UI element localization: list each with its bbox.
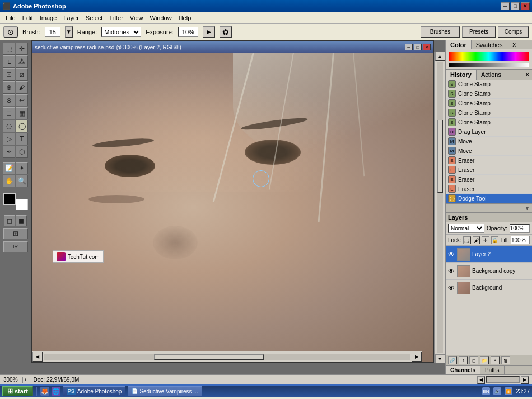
canvas-maximize-btn[interactable]: □ [414, 44, 422, 50]
exposure-input[interactable] [178, 27, 198, 37]
scroll-down-btn[interactable]: ▼ [435, 354, 445, 363]
minimize-button[interactable]: ─ [501, 2, 510, 10]
clone-stamp-tool[interactable]: ⊗ [3, 94, 15, 106]
blur-tool[interactable]: ◌ [3, 120, 15, 132]
tab-channels[interactable]: Channels [446, 366, 480, 374]
opacity-input[interactable] [510, 224, 530, 233]
rectangular-marquee-tool[interactable]: ⬚ [3, 43, 15, 55]
layer-row-0[interactable]: 👁 Layer 2 [446, 246, 532, 263]
brush-tool[interactable]: 🖌 [16, 81, 28, 94]
menu-view[interactable]: View [127, 13, 147, 22]
tab-swatches[interactable]: Swatches [472, 40, 508, 49]
history-item-9[interactable]: E Eraser [446, 165, 532, 175]
type-tool[interactable]: T [16, 133, 28, 145]
history-item-3[interactable]: S Clone Stamp [446, 108, 532, 118]
lock-pixels-btn[interactable]: 🖌 [473, 236, 480, 244]
tab-paths[interactable]: Paths [480, 366, 505, 374]
comps-btn[interactable]: Comps [498, 26, 529, 38]
lock-position-btn[interactable]: ✛ [482, 236, 489, 244]
status-scroll-track[interactable] [486, 376, 520, 383]
quickmask-mode-btn[interactable]: ◼ [16, 215, 27, 226]
scroll-left-btn[interactable]: ◀ [32, 352, 43, 362]
taskbar-file[interactable]: 📄 Seductive Vampiress ... [128, 386, 202, 396]
pen-tool[interactable]: ✒ [3, 146, 15, 158]
move-tool[interactable]: ✛ [16, 43, 28, 55]
brushes-preset-btn[interactable]: Brushes [421, 26, 460, 38]
foreground-color[interactable] [3, 193, 16, 205]
tool-preset-picker[interactable]: ⊙ [3, 26, 18, 38]
zoom-tool[interactable]: 🔍 [16, 175, 28, 187]
browser-icon-2[interactable]: 🌐 [52, 387, 60, 396]
slice-tool[interactable]: ⧄ [16, 68, 28, 81]
new-layer-group-btn[interactable]: 📁 [480, 356, 489, 364]
history-item-11[interactable]: E Eraser [446, 184, 532, 194]
maximize-button[interactable]: □ [511, 2, 520, 10]
tab-history[interactable]: History [446, 70, 477, 80]
new-layer-btn[interactable]: + [491, 356, 500, 364]
menu-edit[interactable]: Edit [19, 13, 36, 22]
standard-mode-btn[interactable]: ◻ [4, 215, 15, 226]
path-selection-tool[interactable]: ▷ [3, 133, 15, 145]
scroll-up-btn[interactable]: ▲ [435, 52, 445, 61]
history-item-12[interactable]: ◯ Dodge Tool [446, 194, 532, 203]
menu-image[interactable]: Image [36, 13, 60, 22]
brush-size-input[interactable] [45, 27, 60, 37]
start-button[interactable]: ⊞ start [2, 386, 33, 396]
history-item-5[interactable]: D Drag Layer [446, 127, 532, 137]
menu-help[interactable]: Help [175, 13, 195, 22]
screen-mode-btn[interactable]: ⊞ [3, 228, 28, 239]
taskbar-photoshop[interactable]: PS Adobe Photoshop [63, 386, 126, 396]
h-scroll-track[interactable] [44, 354, 410, 360]
link-layers-btn[interactable]: 🔗 [448, 356, 457, 364]
layer-visibility-1[interactable]: 👁 [447, 267, 455, 275]
eraser-tool[interactable]: ◻ [3, 107, 15, 119]
fill-input[interactable] [511, 236, 530, 244]
gradient-tool[interactable]: ▦ [16, 107, 28, 119]
menu-select[interactable]: Select [82, 13, 106, 22]
canvas-content[interactable]: TechTut.com [32, 53, 433, 362]
history-item-0[interactable]: S Clone Stamp [446, 80, 532, 89]
brush-dropdown[interactable]: ▼ [65, 26, 73, 38]
layer-mask-btn[interactable]: ◻ [469, 356, 478, 364]
background-color[interactable] [16, 199, 28, 210]
status-next-btn[interactable]: ▶ [521, 376, 529, 384]
h-scroll-thumb[interactable] [154, 354, 264, 360]
crop-tool[interactable]: ⊡ [3, 68, 15, 81]
color-spectrum-bar[interactable] [449, 52, 529, 61]
healing-brush-tool[interactable]: ⊕ [3, 81, 15, 94]
magic-wand-tool[interactable]: ⁂ [16, 55, 28, 68]
history-panel-close[interactable]: ✕ [522, 70, 532, 80]
close-button[interactable]: ✕ [521, 2, 530, 10]
canvas-close-btn[interactable]: ✕ [423, 44, 431, 50]
history-item-7[interactable]: M Move [446, 146, 532, 156]
exposure-slider-btn[interactable]: ▶ [203, 26, 215, 38]
history-brush-tool[interactable]: ↩ [16, 94, 28, 106]
scroll-right-btn[interactable]: ▶ [412, 352, 422, 362]
airbrush-btn[interactable]: ✿ [220, 26, 232, 38]
menu-window[interactable]: Window [147, 13, 175, 22]
layer-visibility-2[interactable]: 👁 [447, 284, 455, 292]
tab-actions[interactable]: Actions [477, 70, 506, 80]
tab-x[interactable]: X [507, 40, 521, 49]
history-item-4[interactable]: S Clone Stamp [446, 118, 532, 127]
eyedropper-tool[interactable]: ✦ [16, 162, 28, 174]
delete-layer-btn[interactable]: 🗑 [501, 356, 510, 364]
layer-style-btn[interactable]: f [459, 356, 468, 364]
browser-icon-1[interactable]: 🦊 [40, 387, 49, 396]
shape-tool[interactable]: ⬡ [16, 146, 28, 158]
lasso-tool[interactable]: ʟ [3, 55, 15, 68]
range-select[interactable]: Midtones Shadows Highlights [101, 27, 141, 37]
history-item-8[interactable]: E Eraser [446, 156, 532, 165]
lock-transparent-btn[interactable]: ⬚ [463, 236, 471, 244]
hand-tool[interactable]: ✋ [3, 175, 15, 187]
menu-layer[interactable]: Layer [60, 13, 82, 22]
presets-btn[interactable]: Presets [462, 26, 496, 38]
lock-all-btn[interactable]: 🔒 [491, 236, 499, 244]
menu-file[interactable]: File [2, 13, 19, 22]
canvas-minimize-btn[interactable]: ─ [405, 44, 413, 50]
blend-mode-select[interactable]: Normal [448, 224, 484, 233]
layer-row-2[interactable]: 👁 Background [446, 280, 532, 296]
jump-to-imageready[interactable]: IR [3, 241, 28, 252]
layer-row-1[interactable]: 👁 Background copy [446, 263, 532, 280]
tab-color[interactable]: Color [446, 40, 472, 49]
